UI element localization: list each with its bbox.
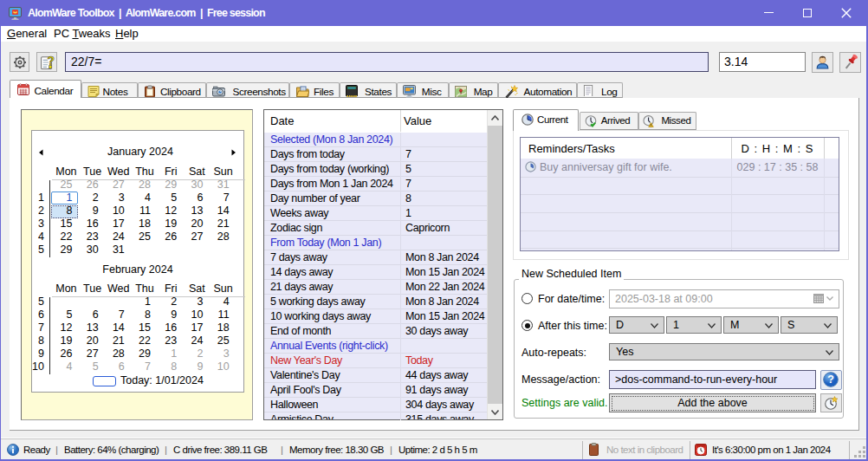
svg-text:?: ? [827, 373, 834, 386]
